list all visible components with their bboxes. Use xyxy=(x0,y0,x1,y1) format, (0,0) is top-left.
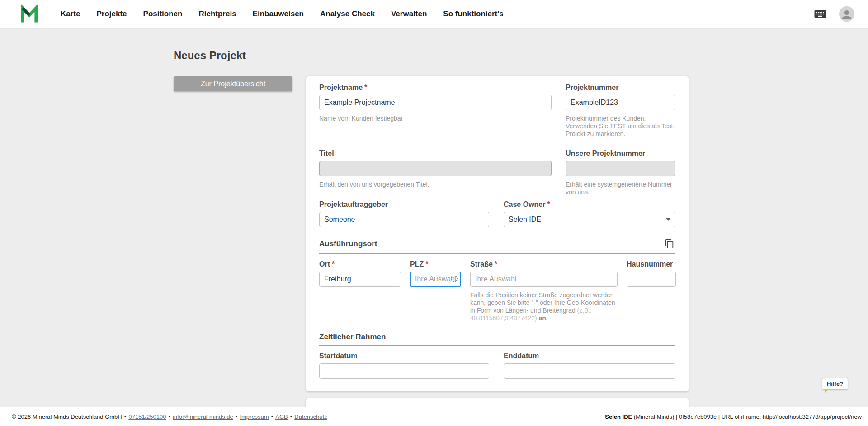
required-asterisk: * xyxy=(332,260,335,268)
required-asterisk: * xyxy=(547,201,550,208)
field-enddatum: Enddatum xyxy=(504,352,675,379)
field-ort: Ort* xyxy=(319,260,401,287)
footer-email-link[interactable]: info@mineral-minds.de xyxy=(173,413,233,420)
projektnummer-input[interactable] xyxy=(566,95,675,110)
strasse-label: Straße* xyxy=(470,260,618,268)
zeitlicher-rahmen-title: Zeitlicher Rahmen xyxy=(319,332,386,342)
ort-input[interactable] xyxy=(319,272,401,287)
footer-user: Selen IDE xyxy=(605,413,632,420)
help-label: Hilfe? xyxy=(827,380,843,387)
footer-impressum-link[interactable]: Impressum xyxy=(240,413,269,420)
projektauftraggeber-label: Projektauftraggeber xyxy=(319,201,489,209)
field-projektauftraggeber: Projektauftraggeber xyxy=(319,201,489,227)
titel-label: Titel xyxy=(319,150,552,158)
chevron-down-icon xyxy=(666,218,670,221)
nav-item-verwalten[interactable]: Verwalten xyxy=(391,9,427,19)
nav-item-positionen[interactable]: Positionen xyxy=(143,9,183,19)
projektname-helper: Name vom Kunden festlegbar xyxy=(319,115,552,122)
projektname-input[interactable] xyxy=(319,95,552,110)
copy-icon[interactable] xyxy=(664,238,675,250)
projektauftraggeber-input[interactable] xyxy=(319,212,489,227)
next-form-card-partial xyxy=(306,398,689,407)
form-row-name-number: Projektname* Name vom Kunden festlegbar … xyxy=(319,84,675,138)
avatar-icon[interactable] xyxy=(839,6,854,22)
hausnummer-input[interactable] xyxy=(627,272,676,287)
field-startdatum: Startdatum xyxy=(319,352,489,379)
unsere-projektnummer-helper: Erhält eine systemgenerierte Nummer von … xyxy=(566,181,675,196)
case-owner-label: Case Owner* xyxy=(504,201,675,209)
footer-copyright: © 2026 Mineral Minds Deutschland GmbH xyxy=(12,413,122,420)
startdatum-input[interactable] xyxy=(319,363,489,379)
footer: © 2026 Mineral Minds Deutschland GmbH•07… xyxy=(0,407,868,426)
form-row-auftraggeber-owner: Projektauftraggeber Case Owner* Selen ID… xyxy=(319,201,675,227)
nav-menu: Karte Projekte Positionen Richtpreis Ein… xyxy=(61,9,504,19)
projektname-label: Projektname* xyxy=(319,84,552,92)
case-owner-value: Selen IDE xyxy=(509,215,541,224)
startdatum-label: Startdatum xyxy=(319,352,489,360)
required-asterisk: * xyxy=(364,84,367,91)
projektnummer-helper: Projektnummer des Kunden. Verwenden Sie … xyxy=(566,115,675,138)
titel-input xyxy=(319,161,552,176)
footer-left: © 2026 Mineral Minds Deutschland GmbH•07… xyxy=(12,413,327,420)
footer-session-info: Selen IDE (Mineral Minds) | 0f58e7eb093e… xyxy=(605,413,862,420)
footer-agb-link[interactable]: AGB xyxy=(275,413,288,420)
field-titel: Titel Erhält den von uns vorgegebenen Ti… xyxy=(319,150,552,196)
strasse-input[interactable] xyxy=(470,272,618,287)
titel-helper: Erhält den von uns vorgegebenen Titel. xyxy=(319,181,552,188)
strasse-helper: Falls die Position keiner Straße zugeord… xyxy=(470,291,618,322)
hausnummer-label: Hausnummer xyxy=(627,260,676,268)
footer-session-details: (Mineral Minds) | 0f58e7eb093e | URL of … xyxy=(632,413,862,420)
top-nav: Karte Projekte Positionen Richtpreis Ein… xyxy=(0,0,868,28)
ausfuehrungsort-title: Ausführungsort xyxy=(319,239,377,248)
projektnummer-label: Projektnummer xyxy=(566,84,675,92)
footer-datenschutz-link[interactable]: Datenschutz xyxy=(294,413,327,420)
required-asterisk: * xyxy=(425,260,428,268)
enddatum-input[interactable] xyxy=(504,363,675,379)
plz-label: PLZ* xyxy=(410,260,461,268)
new-project-form-card: Projektname* Name vom Kunden festlegbar … xyxy=(306,76,689,391)
section-zeitlicher-rahmen: Zeitlicher Rahmen xyxy=(319,332,675,346)
field-plz: PLZ* xyxy=(410,260,461,287)
form-row-titel-unsere: Titel Erhält den von uns vorgegebenen Ti… xyxy=(319,150,675,196)
case-owner-select[interactable]: Selen IDE xyxy=(504,212,675,227)
field-unsere-projektnummer: Unsere Projektnummer Erhält eine systemg… xyxy=(566,150,675,196)
unsere-projektnummer-label: Unsere Projektnummer xyxy=(566,150,675,158)
field-projektname: Projektname* Name vom Kunden festlegbar xyxy=(319,84,552,138)
nav-item-so-funktionierts[interactable]: So funktioniert's xyxy=(443,9,503,19)
page-title: Neues Projekt xyxy=(174,49,246,62)
back-to-project-overview-button[interactable]: Zur Projektübersicht xyxy=(174,76,292,91)
main-content: Neues Projekt Zur Projektübersicht Proje… xyxy=(0,28,868,407)
ort-label: Ort* xyxy=(319,260,401,268)
nav-item-analyse-check[interactable]: Analyse Check xyxy=(320,9,375,19)
section-ausfuehrungsort: Ausführungsort xyxy=(319,238,675,254)
field-projektnummer: Projektnummer Projektnummer des Kunden. … xyxy=(566,84,675,138)
logo[interactable] xyxy=(20,4,39,24)
field-hausnummer: Hausnummer xyxy=(627,260,676,287)
field-strasse: Straße* xyxy=(470,260,618,287)
mineral-minds-logo-icon xyxy=(20,4,39,24)
nav-item-richtpreis[interactable]: Richtpreis xyxy=(198,9,236,19)
form-row-dates: Startdatum Enddatum xyxy=(319,352,675,379)
nav-item-projekte[interactable]: Projekte xyxy=(96,9,127,19)
help-button[interactable]: Hilfe? xyxy=(822,378,848,390)
required-asterisk: * xyxy=(495,260,497,268)
loading-spinner-icon xyxy=(451,276,458,282)
nav-item-einbauweisen[interactable]: Einbauweisen xyxy=(253,9,304,19)
footer-phone-link[interactable]: 07151/250100 xyxy=(128,413,166,420)
enddatum-label: Enddatum xyxy=(504,352,675,360)
unsere-projektnummer-input xyxy=(566,161,675,176)
nav-item-karte[interactable]: Karte xyxy=(61,9,80,19)
nav-right-actions xyxy=(813,6,854,22)
form-row-address: Ort* PLZ* Straße* Hausnummer Falls die P… xyxy=(319,260,675,322)
field-case-owner: Case Owner* Selen IDE xyxy=(504,201,675,227)
keyboard-icon[interactable] xyxy=(813,7,827,21)
